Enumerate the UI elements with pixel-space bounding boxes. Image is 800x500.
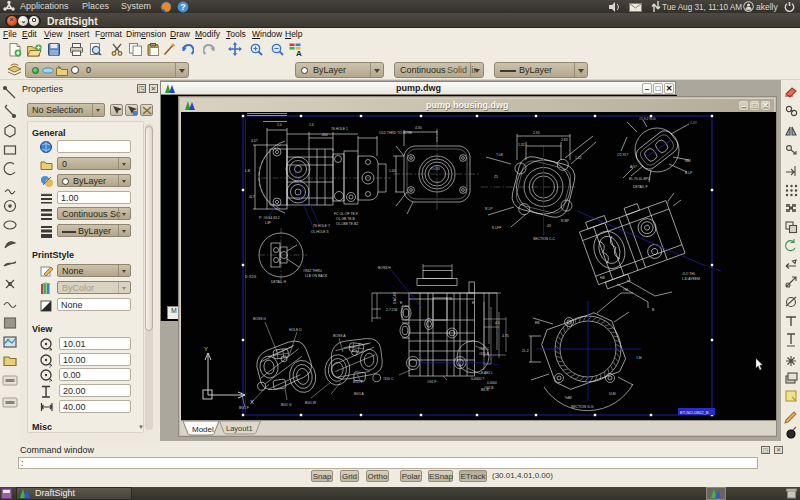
svg-text:EL.70 4L.BP4: EL.70 4L.BP4 [629,177,650,181]
svg-text:2.83: 2.83 [561,138,568,142]
svg-text:1.32: 1.32 [518,143,525,147]
svg-text:2.95: 2.95 [533,131,540,135]
svg-text:4L7: 4L7 [249,195,255,199]
svg-text:0.4000: 0.4000 [487,381,497,385]
svg-text:BOSS H: BOSS H [378,266,391,270]
svg-text:D: K2G: D: K2G [245,275,256,279]
svg-text:EB: EB [535,321,540,325]
svg-text:BG1 A: BG1 A [354,392,365,396]
svg-text:#: # [667,201,669,205]
svg-text:76 HOLE 7: 76 HOLE 7 [313,224,330,228]
svg-text:T.LB: T.LB [496,153,504,157]
svg-text:AG?: AG? [630,165,637,169]
svg-text:Z5: Z5 [494,175,498,179]
svg-text:1.0: 1.0 [277,123,282,127]
svg-text:1.M: 1.M [636,356,642,360]
svg-text:1.44: 1.44 [389,169,396,173]
svg-text:HOLE D: HOLE D [289,328,302,332]
svg-text:#LO THL: #LO THL [682,272,696,276]
svg-text:4.4?: 4.4? [251,139,258,143]
svg-text:OL.LBB TE.BZ: OL.LBB TE.BZ [336,222,358,226]
svg-text:DETAIL F: DETAIL F [633,185,648,189]
svg-text:0.4000 ?: 0.4000 ? [471,377,484,381]
svg-text:BOSS A: BOSS A [333,334,346,338]
svg-text:A: A [296,49,302,57]
svg-text:#G1 F: #G1 F [427,380,436,384]
svg-text:76 HOLE 1: 76 HOLE 1 [331,127,348,131]
svg-text:#DD C: #DD C [479,347,490,351]
svg-text:4.75: 4.75 [502,334,509,338]
svg-text:43: 43 [547,224,551,228]
svg-text:K.LFF: K.LFF [492,226,501,230]
svg-text:B.AB1 L: B.AB1 L [481,371,493,375]
svg-text:OL HOLE 3: OL HOLE 3 [311,230,329,234]
svg-text:Y: Y [204,346,208,352]
svg-text:SECTION C-C: SECTION C-C [533,237,556,241]
svg-text:SECTION G-G: SECTION G-G [571,405,594,409]
svg-text:L.B: L.B [245,169,251,173]
svg-text:?: ? [180,2,186,12]
svg-text:BG1 E: BG1 E [353,380,364,384]
svg-text:2-7.234: 2-7.234 [386,308,398,312]
svg-text:BIL B: BIL B [481,388,489,392]
svg-text:OL.GB TE.B: OL.GB TE.B [336,217,356,221]
svg-text:1.42: 1.42 [575,156,582,160]
svg-text:E: E [400,301,403,305]
svg-text:DETAIL H: DETAIL H [271,280,286,284]
svg-text:LJ0 AYEEM: LJ0 AYEEM [682,277,700,281]
svg-text:#R4Z THRU: #R4Z THRU [303,269,322,273]
svg-text:1.AC4B: 1.AC4B [393,292,397,304]
svg-text:OLD THRD TO BORE: OLD THRD TO BORE [379,131,413,135]
svg-text:R.LP: R.LP [485,207,493,211]
svg-text:.200: .200 [321,133,328,137]
svg-text:5LM: 5LM [609,392,616,396]
svg-text:O1.91?: O1.91? [617,153,628,157]
svg-text:B.LP: B.LP [685,171,693,175]
svg-text:P: #GG4 63.2: P: #GG4 63.2 [259,216,280,220]
svg-text:B: B [652,308,655,312]
svg-text:2L.2: 2L.2 [522,349,529,353]
svg-text:L3F: L3F [265,221,271,225]
svg-text:Layout1: Layout1 [226,424,253,433]
svg-text:BOSS G: BOSS G [253,317,266,321]
svg-text:HB: HB [600,276,605,280]
svg-text:BG1 G: BG1 G [281,403,292,407]
svg-text:ET-NO-0902_B: ET-NO-0902_B [680,410,709,415]
svg-text:#DD A: #DD A [479,352,490,356]
svg-text:BG1 W: BG1 W [305,401,317,405]
svg-text:BG1 F: BG1 F [239,406,249,410]
svg-text:Model: Model [192,425,214,434]
svg-text:LLB ON BACK: LLB ON BACK [305,274,328,278]
svg-text:#M: #M [623,288,628,292]
svg-text:#DG C: #DG C [383,377,394,381]
svg-text:R.BP: R.BP [561,219,570,223]
svg-text:MM: MM [685,159,691,163]
svg-text:#.##: #.## [690,121,697,125]
svg-text:F?B: F?B [446,297,453,301]
svg-text:#1.9.2 9LD: #1.9.2 9LD [639,117,656,121]
svg-text:X: X [250,399,254,405]
svg-text:FC OL.OF TE.F: FC OL.OF TE.F [334,212,358,216]
svg-text:9dM: 9dM [565,396,572,400]
svg-text:O.OU: O.OU [431,167,440,171]
svg-text:1.6: 1.6 [309,123,314,127]
svg-text:4.30: 4.30 [415,126,422,130]
